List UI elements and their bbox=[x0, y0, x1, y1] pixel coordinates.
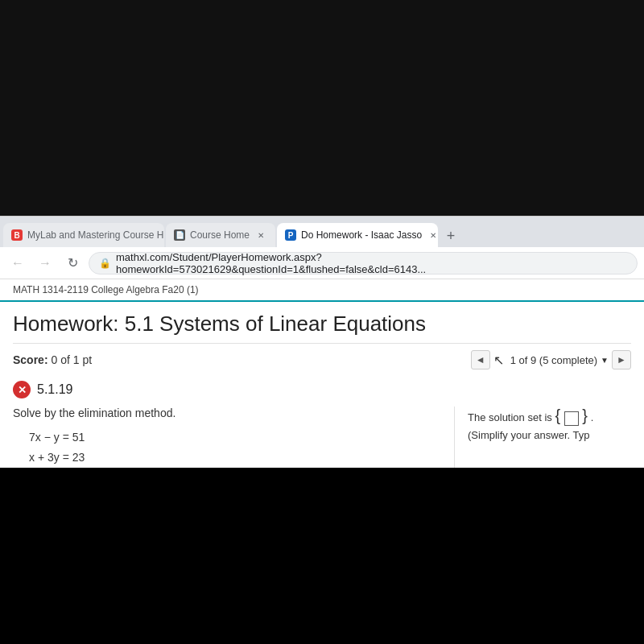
refresh-button[interactable]: ↻ bbox=[61, 252, 84, 275]
tab-favicon-homework: P bbox=[285, 229, 296, 241]
homework-title: Homework: 5.1 Systems of Linear Equation… bbox=[13, 312, 631, 344]
address-bar[interactable]: 🔒 mathxl.com/Student/PlayerHomework.aspx… bbox=[89, 252, 638, 275]
instruction-text: Solve by the elimination method. bbox=[13, 407, 441, 419]
tab-favicon-mylab: B bbox=[11, 229, 23, 241]
close-bracket: } bbox=[582, 407, 588, 425]
score-label: Score: bbox=[13, 353, 48, 366]
course-bar-text: MATH 1314-2119 College Algebra Fa20 (1) bbox=[13, 284, 199, 295]
tab-bar: B MyLab and Mastering Course H ✕ 📄 Cours… bbox=[0, 217, 644, 247]
new-tab-button[interactable]: + bbox=[440, 225, 462, 247]
solution-label: The solution set is bbox=[468, 411, 555, 423]
course-bar: MATH 1314-2119 College Algebra Fa20 (1) bbox=[0, 279, 644, 302]
cursor-icon: ↖ bbox=[493, 353, 504, 368]
question-number: 5.1.19 bbox=[37, 382, 72, 397]
forward-button[interactable]: → bbox=[34, 252, 56, 275]
question-header: ✕ 5.1.19 bbox=[13, 381, 631, 398]
question-right: The solution set is { } . (Simplify your… bbox=[454, 407, 631, 468]
progress-text: 1 of 9 (5 complete) bbox=[510, 354, 597, 366]
tab-label-course: Course Home bbox=[190, 229, 250, 241]
solution-set-text: The solution set is { } . bbox=[468, 407, 631, 426]
equation-2: x + 3y = 23 bbox=[29, 448, 441, 468]
question-body: Solve by the elimination method. 7x − y … bbox=[13, 407, 631, 468]
tab-close-homework[interactable]: ✕ bbox=[427, 229, 438, 242]
placeholder-box bbox=[564, 411, 579, 426]
incorrect-icon: ✕ bbox=[13, 381, 31, 398]
url-text: mathxl.com/Student/PlayerHomework.aspx?h… bbox=[116, 251, 627, 275]
progress-dropdown-arrow[interactable]: ▼ bbox=[601, 356, 609, 365]
tab-label-mylab: MyLab and Mastering Course H bbox=[27, 229, 163, 241]
tab-close-course[interactable]: ✕ bbox=[254, 229, 267, 242]
browser-chrome: B MyLab and Mastering Course H ✕ 📄 Cours… bbox=[0, 216, 644, 279]
close-bracket2: . bbox=[591, 411, 594, 423]
address-bar-row: ← → ↻ 🔒 mathxl.com/Student/PlayerHomewor… bbox=[0, 247, 644, 279]
simplify-text: (Simplify your answer. Typ bbox=[468, 429, 631, 441]
lock-icon: 🔒 bbox=[99, 258, 111, 269]
page-main: Homework: 5.1 Systems of Linear Equation… bbox=[0, 302, 644, 468]
score-row: Score: 0 of 1 pt ◄ ↖ 1 of 9 (5 complete)… bbox=[13, 350, 631, 369]
equations: 7x − y = 51 x + 3y = 23 bbox=[29, 427, 441, 468]
tab-homework[interactable]: P Do Homework - Isaac Jasso ✕ bbox=[277, 223, 438, 247]
tab-label-homework: Do Homework - Isaac Jasso bbox=[301, 229, 422, 241]
back-button[interactable]: ← bbox=[6, 252, 29, 275]
question-nav: ◄ ↖ 1 of 9 (5 complete) ▼ ► bbox=[471, 350, 631, 369]
score-text: Score: 0 of 1 pt bbox=[13, 353, 92, 366]
equation-1: 7x − y = 51 bbox=[29, 427, 441, 448]
question-progress: ↖ 1 of 9 (5 complete) ▼ bbox=[493, 353, 609, 368]
page-content: MATH 1314-2119 College Algebra Fa20 (1) … bbox=[0, 279, 644, 468]
tab-course-home[interactable]: 📄 Course Home ✕ bbox=[166, 223, 275, 247]
score-value: 0 of 1 pt bbox=[51, 353, 92, 366]
tab-favicon-course: 📄 bbox=[174, 229, 185, 241]
next-question-button[interactable]: ► bbox=[612, 350, 631, 369]
question-left: Solve by the elimination method. 7x − y … bbox=[13, 407, 454, 468]
prev-question-button[interactable]: ◄ bbox=[471, 350, 490, 369]
open-bracket: { bbox=[555, 407, 560, 425]
black-top-area bbox=[0, 0, 644, 216]
tab-mylab[interactable]: B MyLab and Mastering Course H ✕ bbox=[3, 223, 164, 247]
